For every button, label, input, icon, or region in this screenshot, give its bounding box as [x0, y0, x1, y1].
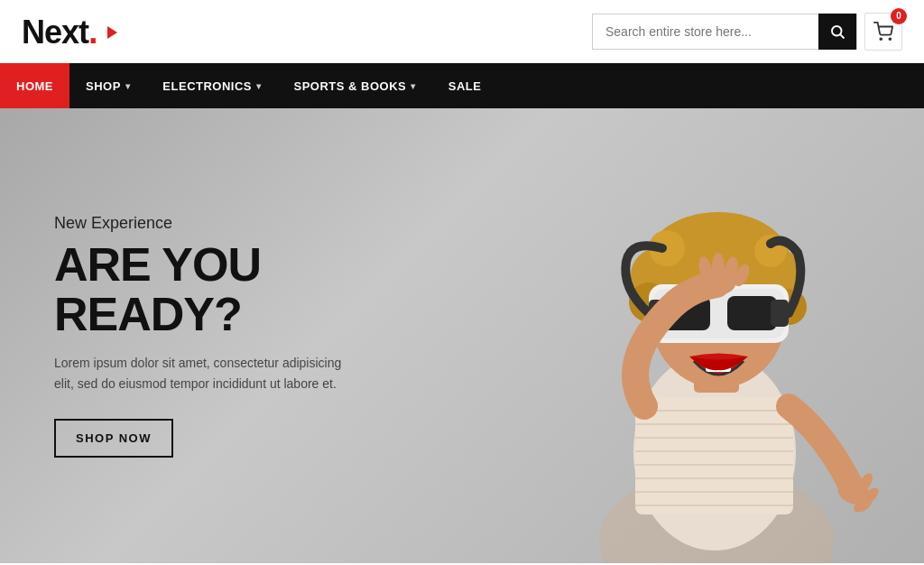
search-input[interactable]: [593, 14, 818, 49]
main-navbar: HOME SHOP ▾ ELECTRONICS ▾ SPORTS & BOOKS…: [0, 63, 924, 108]
shop-now-button[interactable]: SHOP NOW: [54, 419, 173, 458]
search-icon: [829, 23, 845, 40]
nav-item-shop[interactable]: SHOP ▾: [69, 63, 146, 108]
hero-description: Lorem ipsum dolor sit amet, consectetur …: [54, 353, 361, 394]
site-header: Next. 0: [0, 0, 924, 63]
chevron-down-icon: ▾: [411, 81, 416, 91]
nav-label-electronics: ELECTRONICS: [162, 79, 252, 93]
search-button[interactable]: [818, 14, 856, 50]
site-logo[interactable]: Next.: [22, 14, 117, 49]
hero-image: [491, 108, 924, 563]
nav-label-sports-books: SPORTS & BOOKS: [294, 79, 407, 93]
logo-dot: .: [88, 13, 97, 51]
nav-item-sale[interactable]: SALE: [432, 63, 498, 108]
hero-section: New Experience ARE YOU READY? Lorem ipsu…: [0, 108, 924, 563]
header-right: 0: [592, 13, 902, 51]
svg-line-1: [840, 34, 844, 38]
nav-item-home[interactable]: HOME: [0, 63, 69, 108]
nav-item-electronics[interactable]: ELECTRONICS ▾: [146, 63, 277, 108]
hero-content: New Experience ARE YOU READY? Lorem ipsu…: [54, 214, 433, 458]
nav-label-sale: SALE: [448, 79, 482, 93]
cart-badge: 0: [891, 8, 907, 24]
svg-point-33: [712, 253, 725, 280]
hero-subtitle: New Experience: [54, 214, 433, 233]
svg-rect-6: [635, 397, 793, 514]
nav-label-shop: SHOP: [86, 79, 121, 93]
svg-point-3: [889, 38, 891, 40]
svg-point-0: [832, 26, 842, 36]
cart-icon: [873, 22, 893, 42]
cart-button[interactable]: 0: [864, 13, 902, 51]
nav-label-home: HOME: [16, 79, 53, 93]
chevron-down-icon: ▾: [256, 81, 262, 91]
nav-item-sports-books[interactable]: SPORTS & BOOKS ▾: [278, 63, 432, 108]
hero-title: ARE YOU READY?: [54, 240, 433, 338]
svg-point-2: [880, 38, 882, 40]
chevron-down-icon: ▾: [125, 81, 131, 91]
search-bar: [592, 14, 857, 50]
svg-rect-27: [727, 296, 777, 330]
logo-text: Next: [22, 14, 88, 51]
